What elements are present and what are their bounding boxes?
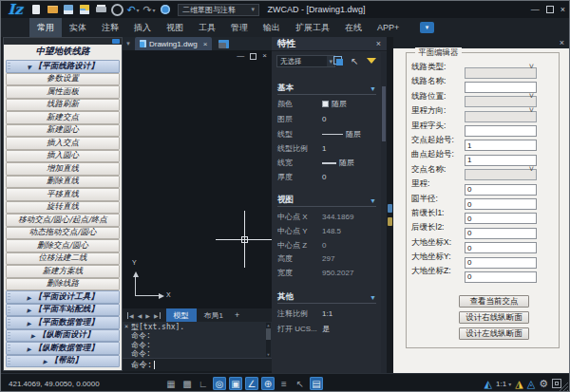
scroll-thumb[interactable] <box>382 86 386 141</box>
otrack-icon[interactable] <box>229 377 242 390</box>
command-scrollbar[interactable]: ▲ ▼ <box>266 323 271 357</box>
ribbon-tab[interactable]: 工具 <box>191 18 223 37</box>
sidebar-item[interactable]: 新建方案线 <box>6 265 120 278</box>
editor-field-input[interactable] <box>465 271 537 283</box>
sidebar-item[interactable]: 删除直线 <box>6 176 120 189</box>
print-icon[interactable] <box>94 3 107 16</box>
drawing-canvas[interactable]: — × Y X <box>123 50 272 308</box>
minimize-button[interactable]: — <box>531 5 540 14</box>
next-layout-icon[interactable]: ▶ <box>145 312 150 319</box>
scroll-thumb[interactable] <box>266 328 271 340</box>
save-icon[interactable] <box>62 3 75 16</box>
sidebar-group[interactable]: 【平面数据管理】 <box>6 316 120 329</box>
ribbon-tab[interactable]: 插入 <box>126 18 159 37</box>
online-icon[interactable] <box>159 3 172 16</box>
sidebar-group[interactable]: 【平面车站配线】 <box>6 304 120 317</box>
editor-action-button[interactable]: 设计左线纵断面 <box>459 327 529 340</box>
annotation-scale-icon[interactable]: ◭ <box>484 378 492 390</box>
status-menu-icon[interactable] <box>277 377 291 390</box>
settings-gear-icon[interactable]: ⚙ <box>539 378 548 390</box>
editor-close-icon[interactable]: × <box>560 39 564 47</box>
ortho-icon[interactable] <box>197 377 210 390</box>
sidebar-item[interactable]: 位移法建二线 <box>6 252 120 266</box>
sidebar-group[interactable]: 【纵断面设计】 <box>6 329 120 343</box>
palette-autohide-icon[interactable] <box>388 204 392 213</box>
first-layout-icon[interactable]: ◀ <box>127 312 134 319</box>
close-button[interactable]: × <box>560 5 565 14</box>
scroll-up-icon[interactable]: ▲ <box>266 323 271 327</box>
selection-dropdown[interactable]: 无选择 <box>276 55 335 67</box>
sidebar-item[interactable]: 删除线路 <box>6 278 120 291</box>
sidebar-group[interactable]: 【帮助】 <box>6 355 120 368</box>
pickadd-toggle-icon[interactable] <box>332 55 345 67</box>
dyninput-icon[interactable] <box>261 377 275 390</box>
ribbon-tab[interactable]: APP+ <box>370 18 407 37</box>
tab-model[interactable]: 模型 <box>166 308 197 322</box>
editor-action-button[interactable]: 查看当前交点 <box>459 295 529 308</box>
doc-tab-close-icon[interactable]: × <box>203 40 208 48</box>
sidebar-item[interactable]: 新建圆心 <box>6 124 120 138</box>
sidebar-item[interactable]: 插入交点 <box>6 137 120 150</box>
ribbon-options-icon[interactable] <box>420 22 434 33</box>
undo-icon[interactable] <box>126 3 140 16</box>
sidebar-item[interactable]: 新建交点 <box>6 111 120 124</box>
preview-icon[interactable] <box>110 3 124 16</box>
maximize-button[interactable] <box>546 6 554 13</box>
palette-menu-icon[interactable] <box>112 39 120 44</box>
scroll-down-icon[interactable]: ▼ <box>266 352 271 357</box>
sidebar-item[interactable]: 移动交点/圆心/起点/终点 <box>6 214 120 227</box>
ribbon-tab[interactable]: 输出 <box>256 18 288 37</box>
open-icon[interactable] <box>46 3 59 16</box>
select-objects-icon[interactable] <box>349 55 361 67</box>
select-cursor-icon[interactable] <box>294 377 307 390</box>
sidebar-group-open[interactable]: 【平面线路设计】 <box>6 60 120 73</box>
sidebar-item[interactable]: 插入圆心 <box>6 150 120 163</box>
tab-layout1[interactable]: 布局1 <box>197 310 231 321</box>
doc-restore-button[interactable] <box>250 53 256 60</box>
annotation-visibility-icon[interactable]: ◮ <box>515 378 522 390</box>
ribbon-tab[interactable]: 管理 <box>223 18 256 37</box>
last-layout-icon[interactable]: ▶ <box>154 312 161 319</box>
section-view[interactable]: 视图▼ <box>277 195 376 207</box>
doc-close-button[interactable]: × <box>262 52 267 60</box>
annotation-scale-value[interactable]: 1:1 <box>496 380 511 388</box>
new-drawing-icon[interactable] <box>218 40 229 48</box>
editor-action-button[interactable]: 设计右线纵断面 <box>459 311 529 324</box>
prev-layout-icon[interactable]: ◀ <box>138 312 142 319</box>
dock-chevron-icon[interactable]: ▼ <box>125 41 131 47</box>
sidebar-group[interactable]: 【平面设计工具】 <box>6 290 120 304</box>
ribbon-tab[interactable]: 在线 <box>337 18 370 37</box>
command-window-close-icon[interactable]: × <box>124 323 128 330</box>
doc-minimize-button[interactable]: — <box>237 52 244 60</box>
properties-close-icon[interactable]: × <box>376 39 381 48</box>
ribbon-tab[interactable]: 扩展工具 <box>288 18 337 37</box>
sidebar-item[interactable]: 删除交点/圆心 <box>6 239 120 252</box>
sidebar-item[interactable]: 旋转直线 <box>6 201 120 215</box>
ribbon-tab[interactable]: 注释 <box>94 18 126 37</box>
sidebar-group[interactable]: 【纵断数据管理】 <box>6 342 120 355</box>
section-other[interactable]: 其他▼ <box>277 291 376 304</box>
document-tab[interactable]: Drawing1.dwg × <box>135 37 212 50</box>
osnap-icon[interactable] <box>213 377 226 390</box>
command-history[interactable]: × 型[txt.shx].命令:命令:命令: ▲ ▼ <box>123 322 272 358</box>
workspace-select[interactable]: 二维草图与注释 <box>178 4 259 16</box>
save-as-icon[interactable] <box>78 3 91 16</box>
ribbon-tab[interactable]: 视图 <box>159 18 191 37</box>
redo-icon[interactable] <box>142 3 156 16</box>
add-layout-button[interactable]: + <box>231 310 243 320</box>
lineweight-icon[interactable] <box>310 377 323 390</box>
section-basic[interactable]: 基本▼ <box>277 83 376 95</box>
annotation-autoscale-icon[interactable]: ◬ <box>527 378 535 390</box>
ribbon-tab[interactable]: 实体 <box>62 18 94 37</box>
snap-icon[interactable] <box>180 377 194 390</box>
palette-settings-icon[interactable] <box>388 217 392 226</box>
sidebar-item[interactable]: 增加直线 <box>6 162 120 176</box>
fullscreen-icon[interactable] <box>552 379 561 388</box>
sidebar-item[interactable]: 属性面板 <box>6 85 120 99</box>
sidebar-item[interactable]: 线路刷新 <box>6 99 120 112</box>
ribbon-tab[interactable]: 常用 <box>29 18 62 37</box>
new-icon[interactable] <box>29 3 43 16</box>
polar-icon[interactable] <box>245 377 258 390</box>
sidebar-item[interactable]: 平移直线 <box>6 188 120 201</box>
command-input[interactable]: 命令: <box>123 358 272 371</box>
